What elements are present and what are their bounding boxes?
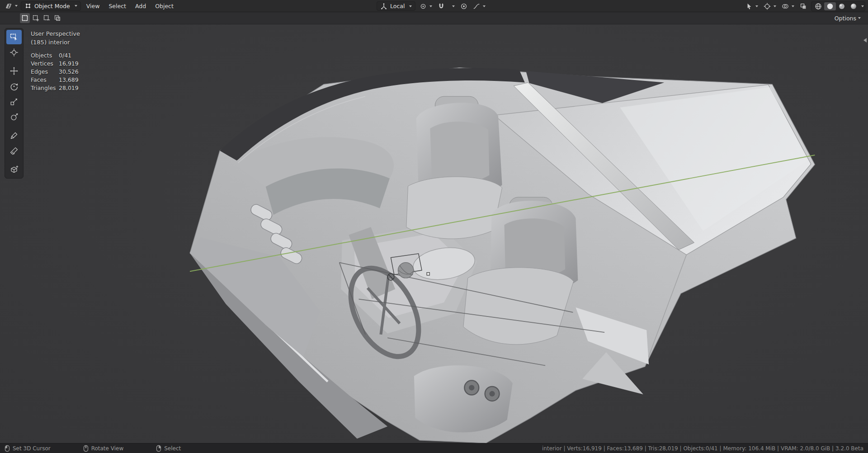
status-bar: Set 3D Cursor Rotate View Select interio… bbox=[0, 443, 868, 453]
chevron-down-icon bbox=[861, 5, 864, 7]
chevron-down-icon bbox=[409, 5, 412, 7]
chevron-down-icon bbox=[755, 5, 758, 7]
overlays-icon bbox=[782, 3, 789, 10]
cursor-origin-dot bbox=[427, 273, 429, 275]
proportional-falloff-dropdown[interactable] bbox=[472, 1, 487, 11]
chevron-down-icon bbox=[483, 5, 486, 7]
tool-move[interactable] bbox=[6, 64, 22, 78]
rendered-sphere-icon bbox=[849, 2, 858, 10]
proportional-editing-toggle[interactable] bbox=[459, 1, 469, 11]
select-box-icon bbox=[9, 33, 19, 42]
blender-window: { "app": {"name": "Blender - 3D Viewport… bbox=[0, 0, 868, 453]
orientation-label: Local bbox=[390, 3, 405, 9]
rotate-icon bbox=[9, 82, 19, 91]
select-set-icon bbox=[21, 14, 28, 22]
shading-solid-button[interactable] bbox=[824, 2, 836, 10]
select-mode-subtract-button[interactable] bbox=[42, 13, 52, 23]
move-icon bbox=[9, 66, 19, 76]
viewport-3d[interactable]: User Perspective (185) interior Objects … bbox=[0, 24, 868, 443]
chevron-down-icon bbox=[858, 17, 861, 19]
proportional-editing-icon bbox=[460, 3, 467, 10]
pivot-point-dropdown[interactable] bbox=[418, 1, 434, 11]
scene-info-readout: interior | Verts:16,919 | Faces:13,689 |… bbox=[542, 445, 863, 452]
solid-sphere-icon bbox=[826, 2, 834, 10]
selectability-pointer-icon bbox=[745, 3, 753, 10]
mode-selector-dropdown[interactable]: Object Mode bbox=[21, 1, 81, 11]
menu-select[interactable]: Select bbox=[105, 2, 130, 10]
object-visibility-dropdown[interactable] bbox=[744, 1, 760, 11]
falloff-curve-icon bbox=[473, 3, 480, 10]
chevron-down-icon bbox=[75, 5, 77, 7]
region-collapse-arrow[interactable] bbox=[863, 38, 867, 42]
right-mouse-icon bbox=[156, 445, 161, 452]
add-cube-icon bbox=[9, 165, 19, 174]
tool-measure[interactable] bbox=[6, 144, 22, 158]
shading-wireframe-button[interactable] bbox=[812, 2, 824, 10]
menu-add[interactable]: Add bbox=[132, 2, 150, 10]
select-mode-group bbox=[20, 13, 62, 23]
select-extend-icon bbox=[32, 14, 39, 22]
wireframe-sphere-icon bbox=[814, 2, 822, 10]
tool-cursor[interactable] bbox=[6, 45, 22, 60]
options-dropdown[interactable]: Options bbox=[832, 14, 863, 23]
show-gizmo-dropdown[interactable] bbox=[762, 1, 778, 11]
passenger-seat bbox=[406, 96, 502, 239]
select-intersect-icon bbox=[54, 14, 61, 22]
toolbar bbox=[5, 28, 24, 179]
xray-icon bbox=[800, 3, 807, 10]
mode-label: Object Mode bbox=[34, 3, 70, 9]
tool-rotate[interactable] bbox=[6, 79, 22, 94]
cursor-icon bbox=[9, 48, 19, 57]
select-mode-set-button[interactable] bbox=[20, 13, 30, 23]
select-mode-intersect-button[interactable] bbox=[52, 13, 62, 23]
chevron-down-icon bbox=[774, 5, 776, 7]
header-right-controls bbox=[744, 0, 865, 12]
magnet-icon bbox=[438, 3, 445, 10]
tool-scale[interactable] bbox=[6, 94, 22, 109]
scale-icon bbox=[9, 97, 19, 106]
keymap-hint-select: Select bbox=[156, 445, 181, 452]
pivot-point-icon bbox=[420, 3, 427, 10]
select-subtract-icon bbox=[43, 14, 50, 22]
xray-toggle[interactable] bbox=[798, 1, 808, 11]
viewport-header: Object Mode View Select Add Object Local bbox=[0, 0, 868, 12]
orientation-axes-icon bbox=[380, 3, 387, 10]
keymap-hint-set-cursor: Set 3D Cursor bbox=[5, 445, 51, 452]
left-mouse-icon bbox=[5, 445, 10, 452]
transform-icon bbox=[9, 113, 19, 122]
chevron-down-icon bbox=[452, 5, 455, 7]
gizmo-icon bbox=[764, 3, 771, 10]
select-mode-extend-button[interactable] bbox=[31, 13, 41, 23]
tool-annotate[interactable] bbox=[6, 128, 22, 143]
chevron-down-icon bbox=[429, 5, 432, 7]
header-center-controls: Local bbox=[377, 0, 487, 12]
snap-toggle[interactable] bbox=[436, 1, 446, 11]
middle-mouse-icon bbox=[83, 445, 89, 452]
measure-ruler-icon bbox=[9, 146, 19, 156]
tool-select-box[interactable] bbox=[6, 30, 22, 44]
keymap-hint-rotate-view: Rotate View bbox=[83, 445, 124, 452]
tool-settings-bar: Options bbox=[0, 12, 868, 24]
snap-settings-dropdown[interactable] bbox=[449, 1, 456, 11]
tool-transform[interactable] bbox=[6, 110, 22, 124]
viewport-scene[interactable] bbox=[0, 24, 868, 443]
material-sphere-icon bbox=[838, 2, 846, 10]
menu-object[interactable]: Object bbox=[151, 2, 177, 10]
viewport-editor-icon bbox=[5, 2, 12, 9]
options-label: Options bbox=[835, 15, 856, 22]
transform-orientation-dropdown[interactable]: Local bbox=[377, 1, 415, 11]
shading-rendered-button[interactable] bbox=[848, 2, 859, 10]
annotate-pen-icon bbox=[9, 131, 19, 140]
shading-material-button[interactable] bbox=[836, 2, 848, 10]
editor-type-button[interactable] bbox=[4, 1, 19, 11]
menu-view[interactable]: View bbox=[83, 2, 104, 10]
shading-mode-group bbox=[811, 1, 865, 11]
object-mode-icon bbox=[24, 2, 32, 9]
tool-add-cube[interactable] bbox=[6, 162, 22, 177]
show-overlays-dropdown[interactable] bbox=[780, 1, 796, 11]
chevron-down-icon bbox=[792, 5, 794, 7]
chevron-down-icon bbox=[15, 5, 18, 7]
